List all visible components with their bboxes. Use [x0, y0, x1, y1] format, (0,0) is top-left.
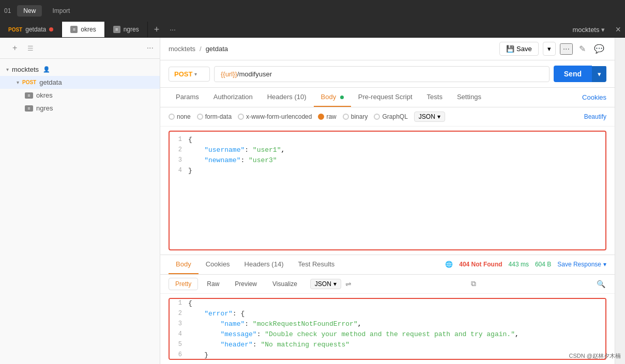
tabs-bar: POST getdata ≡ okres ≡ ngres + ··· mockt…	[0, 22, 625, 38]
option-urlencoded[interactable]: x-www-form-urlencoded	[238, 113, 312, 120]
tab-tests[interactable]: Tests	[420, 88, 450, 107]
sidebar-tree: ▾ mocktets 👤 ▾ POST getdata ≡ okres ≡ ng…	[0, 59, 160, 364]
tab-getdata-label: getdata	[25, 26, 46, 33]
breadcrumb-request: getdata	[206, 45, 228, 53]
resp-json-caret: ▾	[333, 280, 337, 288]
edit-button[interactable]: ✎	[577, 42, 588, 56]
option-raw[interactable]: raw	[318, 113, 336, 120]
resp-filter-button[interactable]: ⇌	[345, 280, 352, 288]
code-line-3: 3 "newname": "user3"	[170, 156, 605, 167]
send-button-group: Send ▾	[554, 66, 606, 82]
tab-okres-label: okres	[81, 26, 96, 33]
workspace-caret[interactable]: ▾	[601, 26, 605, 34]
send-button[interactable]: Send	[554, 66, 592, 82]
sidebar: + ☰ ··· ▾ mocktets 👤 ▾ POST getdata ≡ ok…	[0, 38, 160, 364]
new-button[interactable]: New	[17, 5, 42, 17]
code-line-1: 1 {	[170, 136, 605, 146]
save-response-caret: ▾	[603, 261, 606, 268]
resp-tab-body[interactable]: Body	[169, 255, 199, 274]
import-button[interactable]: Import	[46, 5, 76, 17]
tab-ngres[interactable]: ≡ ngres	[105, 22, 148, 37]
save-disk-icon: 💾	[506, 45, 514, 53]
request-body-editor[interactable]: 1 { 2 "username": "user1", 3 "newname": …	[169, 131, 606, 250]
tab-more-button[interactable]: ···	[165, 25, 180, 34]
method-select[interactable]: POST ▾	[169, 67, 210, 82]
sidebar-more-button[interactable]: ···	[147, 43, 154, 53]
close-tab-button[interactable]: ×	[611, 24, 625, 35]
response-size: 604 B	[535, 261, 551, 268]
url-template-part: {{url}}	[221, 70, 237, 78]
url-display[interactable]: {{url}}/modifyuser	[214, 66, 550, 82]
tab-ngres-label: ngres	[124, 26, 139, 33]
sidebar-item-ngres[interactable]: ≡ ngres	[0, 102, 160, 115]
option-binary[interactable]: binary	[343, 113, 368, 120]
resp-tab-headers[interactable]: Headers (14)	[237, 255, 291, 274]
sidebar-okres-label: okres	[36, 91, 53, 99]
resp-line-3: 3 "name": "mockRequestNotFoundError",	[170, 320, 605, 330]
add-tab-button[interactable]: +	[148, 24, 166, 35]
collection-user-icon: 👤	[43, 66, 50, 73]
tab-okres[interactable]: ≡ okres	[62, 22, 104, 37]
save-label: Save	[516, 45, 532, 53]
tab-params[interactable]: Params	[169, 88, 206, 107]
json-format-label: JSON	[419, 113, 435, 120]
tab-authorization[interactable]: Authorization	[206, 88, 260, 107]
cookies-link[interactable]: Cookies	[582, 93, 606, 101]
tab-dot	[49, 27, 53, 31]
resp-line-2: 2 "error": {	[170, 309, 605, 320]
method-badge-post: POST	[8, 27, 22, 33]
request-line: POST ▾ {{url}}/modifyuser Send ▾	[160, 60, 615, 88]
resp-view-preview[interactable]: Preview	[228, 278, 264, 290]
resp-tab-cookies[interactable]: Cookies	[199, 255, 237, 274]
json-format-select[interactable]: JSON ▾	[414, 112, 445, 122]
response-time: 443 ms	[509, 261, 529, 268]
icon-box-ngreq: ≡	[25, 105, 33, 112]
resp-view-raw[interactable]: Raw	[200, 278, 226, 290]
option-none[interactable]: none	[169, 113, 191, 120]
resp-search-button[interactable]: 🔍	[596, 279, 606, 289]
json-format-caret: ▾	[437, 113, 440, 120]
resp-copy-button[interactable]: ⧉	[470, 278, 477, 289]
more-options-button[interactable]: ···	[560, 43, 573, 55]
tab-prerequest[interactable]: Pre-request Script	[351, 88, 420, 107]
radio-none	[169, 114, 175, 120]
sidebar-item-okres[interactable]: ≡ okres	[0, 89, 160, 102]
code-line-2: 2 "username": "user1",	[170, 146, 605, 156]
beautify-button[interactable]: Beautify	[584, 113, 606, 120]
tab-body[interactable]: Body	[314, 88, 351, 107]
radio-raw	[318, 114, 324, 120]
response-view-tabs: Pretty Raw Preview Visualize JSON ▾ ⇌ ⧉ …	[160, 275, 615, 294]
resp-tab-test-results[interactable]: Test Results	[291, 255, 342, 274]
main-panel: mocktets / getdata 💾 Save ▾ ··· ✎ 💬 POST…	[160, 38, 615, 364]
sidebar-collection-mocktets[interactable]: ▾ mocktets 👤	[0, 63, 160, 76]
response-code-editor: 1 { 2 "error": { 3 "name": "mockRequestN…	[169, 298, 606, 360]
option-graphql[interactable]: GraphQL	[374, 113, 407, 120]
send-caret-button[interactable]: ▾	[592, 66, 606, 82]
body-options: none form-data x-www-form-urlencoded raw…	[160, 107, 615, 126]
sidebar-add-button[interactable]: +	[6, 43, 23, 53]
option-form-data[interactable]: form-data	[197, 113, 232, 120]
save-button[interactable]: 💾 Save	[499, 42, 539, 56]
chevron-down-icon: ▾	[6, 67, 9, 72]
breadcrumb-separator: /	[200, 45, 202, 53]
icon-box-okreq: ≡	[25, 92, 33, 99]
save-response-button[interactable]: Save Response ▾	[557, 261, 606, 268]
response-status-info: 🌐 404 Not Found 443 ms 604 B Save Respon…	[445, 261, 606, 268]
tab-settings[interactable]: Settings	[450, 88, 489, 107]
chevron-down-icon-getdata: ▾	[17, 80, 19, 85]
sidebar-item-getdata[interactable]: ▾ POST getdata	[0, 76, 160, 89]
collection-name: mocktets	[12, 66, 39, 73]
breadcrumb-bar: mocktets / getdata 💾 Save ▾ ··· ✎ 💬	[160, 38, 615, 60]
body-active-dot	[340, 96, 344, 99]
resp-json-format-select[interactable]: JSON ▾	[310, 279, 341, 289]
tab-getdata[interactable]: POST getdata	[0, 22, 62, 37]
tab-headers[interactable]: Headers (10)	[260, 88, 314, 107]
resp-view-pretty[interactable]: Pretty	[169, 278, 198, 290]
filter-icon[interactable]: ☰	[27, 44, 34, 52]
resp-view-visualize[interactable]: Visualize	[266, 278, 304, 290]
save-dropdown-button[interactable]: ▾	[543, 42, 556, 56]
resp-line-6: 6 }	[170, 351, 605, 360]
comment-button[interactable]: 💬	[592, 42, 606, 56]
response-tabs-bar: Body Cookies Headers (14) Test Results 🌐…	[160, 255, 615, 275]
resp-line-1: 1 {	[170, 299, 605, 309]
